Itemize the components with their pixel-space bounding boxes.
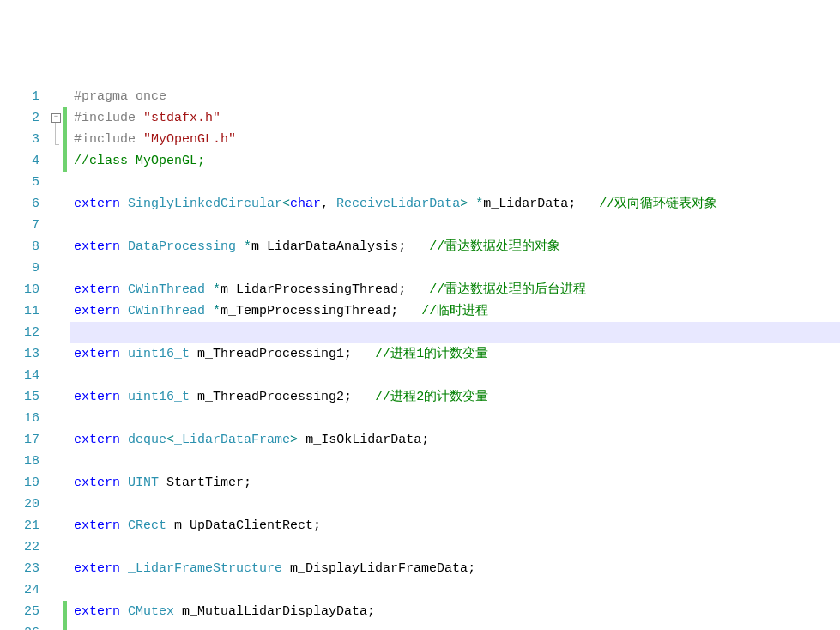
code-line[interactable] bbox=[70, 622, 840, 630]
code-line[interactable] bbox=[70, 451, 840, 472]
code-line[interactable]: #include "MyOpenGL.h" bbox=[70, 129, 840, 150]
token: ; bbox=[367, 604, 375, 619]
token bbox=[298, 433, 305, 447]
code-line[interactable] bbox=[70, 215, 840, 236]
token: _LidarFrameStructure bbox=[128, 561, 282, 576]
token bbox=[352, 390, 375, 404]
code-line[interactable] bbox=[70, 365, 840, 386]
code-line[interactable]: extern DataProcessing *m_LidarDataAnalys… bbox=[70, 236, 840, 257]
code-line[interactable]: extern SinglyLinkedCircular<char, Receiv… bbox=[70, 193, 840, 215]
token bbox=[120, 561, 128, 576]
token bbox=[205, 304, 213, 318]
token bbox=[468, 197, 475, 211]
line-number: 26 bbox=[0, 622, 39, 630]
token: //雷达数据处理的对象 bbox=[429, 239, 560, 254]
code-line[interactable]: extern CMutex m_MutualLidarDisplayData; bbox=[70, 601, 840, 622]
token: * bbox=[244, 239, 251, 254]
token: m_IsOkLidarData bbox=[305, 433, 421, 447]
line-number: 25 bbox=[0, 601, 39, 622]
token bbox=[120, 476, 128, 490]
code-editor[interactable]: 1234567891011121314151617181920212223242… bbox=[0, 86, 840, 630]
change-mark bbox=[63, 107, 67, 172]
token bbox=[136, 132, 143, 147]
code-line[interactable] bbox=[70, 536, 840, 558]
fold-column[interactable]: − bbox=[51, 86, 63, 630]
token bbox=[352, 347, 375, 361]
token: extern bbox=[74, 304, 120, 318]
code-area[interactable]: #pragma once#include "stdafx.h"#include … bbox=[70, 86, 840, 630]
code-line[interactable]: extern UINT StartTimer; bbox=[70, 472, 840, 494]
token: > bbox=[290, 433, 298, 447]
code-line[interactable]: #pragma once bbox=[70, 86, 840, 107]
code-line[interactable]: extern uint16_t m_ThreadProcessing1; //进… bbox=[70, 343, 840, 365]
token: ; bbox=[390, 304, 398, 318]
token: < bbox=[166, 433, 174, 447]
code-line[interactable]: #include "stdafx.h" bbox=[70, 107, 840, 129]
token: extern bbox=[74, 561, 120, 576]
line-number: 22 bbox=[0, 536, 39, 558]
line-number: 11 bbox=[0, 300, 39, 322]
token: DataProcessing bbox=[128, 239, 236, 254]
token: "MyOpenGL.h" bbox=[143, 132, 236, 147]
token: UINT bbox=[128, 476, 159, 490]
token: m_MutualLidarDisplayData bbox=[182, 604, 367, 619]
token: extern bbox=[74, 239, 120, 254]
token: //进程2的计数变量 bbox=[375, 390, 488, 404]
line-number: 6 bbox=[0, 193, 39, 215]
token: extern bbox=[74, 476, 120, 490]
line-number: 20 bbox=[0, 494, 39, 515]
token: m_ThreadProcessing1 bbox=[197, 347, 344, 361]
line-number: 7 bbox=[0, 215, 39, 236]
code-line[interactable] bbox=[70, 408, 840, 429]
token: uint16_t bbox=[128, 390, 190, 404]
code-line[interactable]: extern CWinThread *m_TempProcessingThrea… bbox=[70, 300, 840, 322]
token: once bbox=[136, 89, 166, 104]
code-line[interactable]: //class MyOpenGL; bbox=[70, 150, 840, 172]
token: ; bbox=[398, 282, 406, 297]
line-number: 17 bbox=[0, 429, 39, 451]
code-line[interactable] bbox=[70, 322, 840, 343]
token: extern bbox=[74, 433, 120, 447]
token: StartTimer bbox=[166, 476, 244, 490]
token: extern bbox=[74, 518, 120, 533]
token: ; bbox=[568, 197, 576, 211]
token: * bbox=[213, 304, 221, 318]
code-line[interactable]: extern CRect m_UpDataClientRect; bbox=[70, 515, 840, 536]
token: * bbox=[213, 282, 221, 297]
token bbox=[128, 89, 136, 104]
line-number: 21 bbox=[0, 515, 39, 536]
line-number: 13 bbox=[0, 343, 39, 365]
token: extern bbox=[74, 197, 120, 211]
line-number: 15 bbox=[0, 386, 39, 408]
line-number: 12 bbox=[0, 322, 39, 343]
code-line[interactable]: extern CWinThread *m_LidarProcessingThre… bbox=[70, 279, 840, 300]
code-line[interactable]: extern uint16_t m_ThreadProcessing2; //进… bbox=[70, 386, 840, 408]
token: //雷达数据处理的后台进程 bbox=[429, 282, 586, 297]
code-line[interactable] bbox=[70, 257, 840, 279]
code-line[interactable] bbox=[70, 579, 840, 601]
token: deque bbox=[128, 433, 166, 447]
token bbox=[166, 518, 174, 533]
token bbox=[120, 197, 128, 211]
line-number: 16 bbox=[0, 408, 39, 429]
token: ; bbox=[398, 239, 406, 254]
token: ; bbox=[244, 476, 251, 490]
token bbox=[282, 561, 290, 576]
token bbox=[120, 518, 128, 533]
token: extern bbox=[74, 347, 120, 361]
token: ReceiveLidarData bbox=[336, 197, 460, 211]
token: m_TempProcessingThread bbox=[221, 304, 390, 318]
token: extern bbox=[74, 604, 120, 619]
fold-end bbox=[55, 144, 59, 145]
token: //进程1的计数变量 bbox=[375, 347, 488, 361]
token bbox=[120, 239, 128, 254]
code-line[interactable]: extern _LidarFrameStructure m_DisplayLid… bbox=[70, 558, 840, 579]
code-line[interactable]: extern deque<_LidarDataFrame> m_IsOkLida… bbox=[70, 429, 840, 451]
token: CRect bbox=[128, 518, 166, 533]
code-line[interactable] bbox=[70, 172, 840, 193]
token: CWinThread bbox=[128, 282, 205, 297]
fold-toggle-icon[interactable]: − bbox=[51, 113, 61, 123]
token: //临时进程 bbox=[421, 304, 488, 318]
code-line[interactable] bbox=[70, 494, 840, 515]
token: ; bbox=[344, 390, 352, 404]
